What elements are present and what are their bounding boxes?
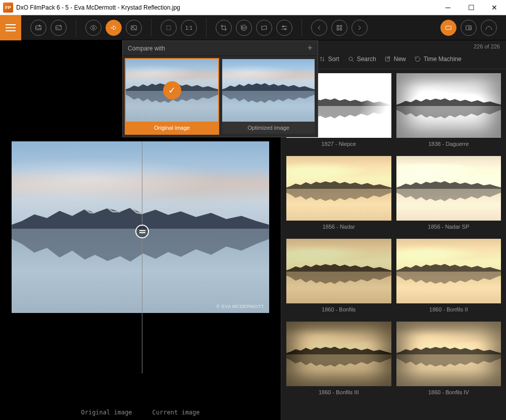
sliders-button[interactable] [276, 20, 292, 36]
prev-button[interactable] [311, 20, 327, 36]
new-button[interactable]: New [384, 56, 406, 63]
preset-name: 1860 - Bonfils II [396, 303, 501, 319]
maximize-button[interactable]: ☐ [460, 0, 483, 15]
preset-name: 1838 - Daguerre [396, 138, 501, 153]
menu-button[interactable] [0, 15, 21, 40]
search-button[interactable]: Search [347, 56, 376, 63]
compare-item-1[interactable]: Optimized image [221, 58, 316, 135]
compare-item-0[interactable]: ✓Original image [125, 58, 219, 135]
svg-rect-9 [262, 26, 267, 30]
left-view-label: Original image [81, 409, 132, 416]
compare-label: Original image [126, 122, 218, 134]
preset-name: 1860 - Bonfils IV [396, 386, 501, 401]
next-button[interactable] [351, 20, 368, 36]
svg-rect-12 [337, 25, 338, 27]
split-handle-icon[interactable] [135, 225, 149, 238]
svg-point-2 [92, 27, 94, 29]
crop-button[interactable] [216, 20, 232, 36]
preset-item[interactable]: 1860 - Bonfils [286, 239, 391, 319]
preset-item[interactable]: 1838 - Daguerre [396, 73, 501, 153]
compare-header-label: Compare with [128, 45, 165, 52]
close-button[interactable]: ✕ [483, 0, 506, 15]
presets-panel-button[interactable] [440, 20, 457, 36]
svg-rect-8 [167, 26, 171, 30]
straighten-button[interactable] [256, 20, 272, 36]
compare-label: Optimized image [222, 122, 315, 134]
svg-rect-13 [340, 25, 341, 27]
app-icon: FP [3, 3, 13, 13]
sort-button[interactable]: Sort [319, 56, 339, 63]
watermark: © EVA MCDERMOTT [217, 304, 264, 309]
viewer-labels: Original image Current image [0, 405, 281, 420]
preset-name: 1856 - Nadar [286, 221, 391, 236]
preset-name: 1856 - Nadar SP [396, 221, 501, 236]
compare-button[interactable] [106, 20, 122, 36]
svg-rect-15 [340, 28, 341, 30]
time-machine-button[interactable]: Time Machine [414, 56, 462, 63]
svg-rect-16 [446, 26, 451, 30]
window-title: DxO FilmPack 6 - 5 - Eva McDermott - Kry… [16, 4, 436, 11]
preset-item[interactable]: 1856 - Nadar SP [396, 156, 501, 236]
svg-point-3 [111, 27, 113, 29]
zoom-11-button[interactable]: 1:1 [181, 20, 197, 36]
preset-name: 1860 - Bonfils [286, 303, 391, 319]
svg-rect-14 [337, 28, 338, 30]
rotate-button[interactable]: 90° [236, 20, 252, 36]
crop-marquee-button[interactable] [161, 20, 177, 36]
save-image-button[interactable] [50, 20, 67, 36]
preset-item[interactable]: 1860 - Bonfils IV [396, 322, 501, 401]
preset-item[interactable]: 1860 - Bonfils II [396, 239, 501, 319]
right-view-label: Current image [153, 409, 200, 416]
minimize-button[interactable]: ─ [436, 0, 460, 15]
split-divider[interactable] [142, 141, 142, 374]
compare-panel: Compare with + ✓Original image Optimized… [122, 40, 318, 137]
svg-point-5 [113, 28, 115, 30]
preview-button[interactable] [85, 20, 102, 36]
open-image-button[interactable] [30, 20, 46, 36]
preset-name: 1827 - Niepce [286, 138, 391, 153]
titlebar: FP DxO FilmPack 6 - 5 - Eva McDermott - … [0, 0, 506, 15]
preset-item[interactable]: 1860 - Bonfils III [286, 322, 391, 401]
single-view-button[interactable] [126, 20, 142, 36]
grid-view-button[interactable] [331, 20, 347, 36]
add-compare-button[interactable]: + [307, 43, 313, 54]
svg-point-18 [468, 27, 470, 29]
image-viewer[interactable]: © EVA MCDERMOTT [12, 141, 269, 313]
toolbar: 1:1 90° [0, 15, 506, 40]
check-icon: ✓ [163, 81, 181, 99]
loupe-button[interactable] [461, 20, 477, 36]
preset-name: 1860 - Bonfils III [286, 386, 391, 401]
preset-item[interactable]: 1856 - Nadar [286, 156, 391, 236]
svg-point-19 [349, 57, 352, 61]
svg-point-4 [113, 26, 115, 27]
histogram-button[interactable] [481, 20, 497, 36]
